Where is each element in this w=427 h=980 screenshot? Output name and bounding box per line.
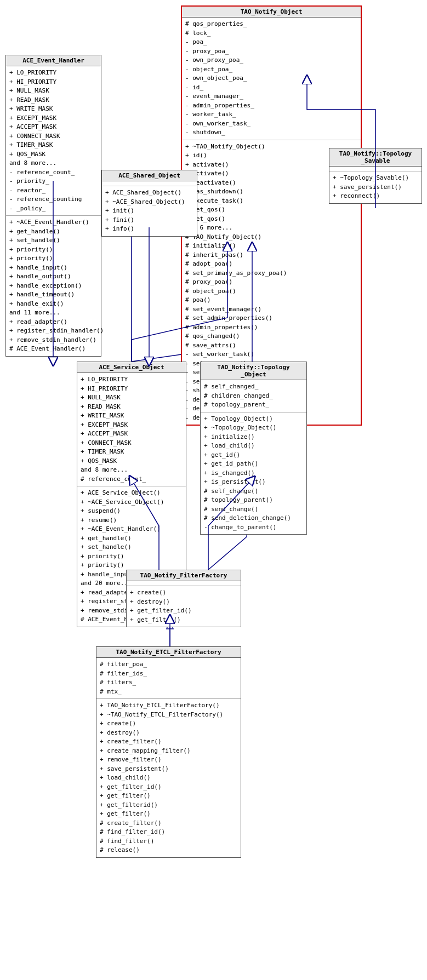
tao-notify-etcl-filter-factory-box: TAO_Notify_ETCL_FilterFactory # filter_p… (96, 646, 241, 858)
tao-notify-filter-factory-empty (127, 581, 241, 586)
ace-shared-object-methods: + ACE_Shared_Object() + ~ACE_Shared_Obje… (102, 186, 197, 236)
tao-notify-filter-factory-title: TAO_Notify_FilterFactory (127, 570, 241, 581)
ace-event-handler-attrs: + LO_PRIORITY + HI_PRIORITY + NULL_MASK … (6, 66, 101, 216)
tao-notify-filter-factory-methods: + create() + destroy() + get_filter_id()… (127, 586, 241, 627)
ace-shared-object-box: ACE_Shared_Object + ACE_Shared_Object() … (101, 170, 197, 237)
tao-notify-filter-factory-box: TAO_Notify_FilterFactory + create() + de… (126, 570, 241, 627)
tao-notify-etcl-filter-factory-methods: + TAO_Notify_ETCL_FilterFactory() + ~TAO… (96, 699, 241, 857)
tao-topology-savable-methods: + ~Topology_Savable() + save_persistent(… (329, 171, 422, 203)
ace-event-handler-methods: + ~ACE_Event_Handler() + get_handle() + … (6, 216, 101, 356)
tao-topology-object-title: TAO_Notify::Topology_Object (201, 362, 306, 380)
ace-service-object-title: ACE_Service_Object (77, 362, 186, 373)
tao-topology-object-box: TAO_Notify::Topology_Object # self_chang… (200, 362, 307, 535)
tao-notify-etcl-filter-factory-title: TAO_Notify_ETCL_FilterFactory (96, 647, 241, 658)
svg-line-18 (208, 537, 247, 570)
ace-shared-object-empty (102, 181, 197, 186)
ace-service-object-attrs: + LO_PRIORITY + HI_PRIORITY + NULL_MASK … (77, 373, 186, 486)
tao-topology-object-methods: + Topology_Object() + ~Topology_Object()… (201, 412, 306, 535)
tao-topology-savable-box: TAO_Notify::Topology_Savable + ~Topology… (329, 148, 422, 204)
ace-event-handler-box: ACE_Event_Handler + LO_PRIORITY + HI_PRI… (5, 55, 101, 357)
tao-notify-object-attrs: # qos_properties_ # lock_ - poa_ - proxy… (182, 18, 361, 140)
tao-topology-object-attrs: # self_changed_ # children_changed_ # to… (201, 380, 306, 412)
tao-topology-savable-empty (329, 167, 422, 171)
tao-notify-etcl-filter-factory-attrs: # filter_poa_ # filter_ids_ # filters_ #… (96, 658, 241, 699)
tao-notify-object-title: TAO_Notify_Object (182, 7, 361, 18)
tao-topology-savable-title: TAO_Notify::Topology_Savable (329, 148, 422, 167)
ace-shared-object-title: ACE_Shared_Object (102, 170, 197, 181)
ace-event-handler-title: ACE_Event_Handler (6, 55, 101, 66)
